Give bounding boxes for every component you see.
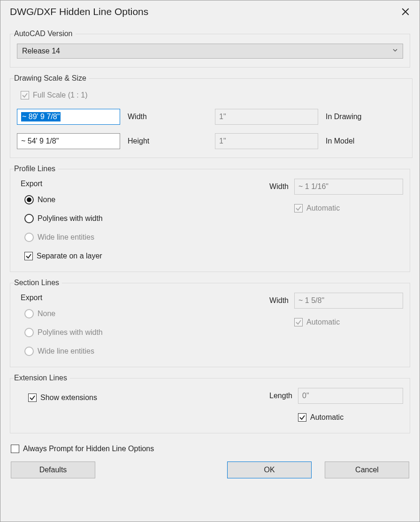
autocad-version-select[interactable]: Release 14: [17, 44, 403, 59]
always-prompt-checkbox[interactable]: Always Prompt for Hidden Line Options: [11, 442, 410, 456]
profile-separate-checkbox[interactable]: Separate on a layer: [24, 249, 262, 263]
in-drawing-label: In Drawing: [326, 113, 405, 121]
autocad-version-value: Release 14: [22, 47, 60, 55]
show-extensions-checkbox[interactable]: Show extensions: [28, 391, 262, 405]
group-drawing-scale: Drawing Scale & Size Full Scale (1 : 1) …: [10, 74, 412, 158]
section-auto-checkbox: Automatic: [294, 315, 403, 329]
legend-extension: Extension Lines: [14, 374, 70, 382]
close-button[interactable]: [399, 5, 412, 18]
section-radio-polylines: Polylines with width: [24, 325, 262, 340]
close-icon: [401, 8, 410, 16]
chevron-down-icon: [392, 47, 398, 55]
profile-width-input: ~ 1 1/16": [294, 179, 403, 195]
profile-radio-none[interactable]: None: [24, 193, 262, 207]
section-radio-none: None: [24, 307, 262, 321]
height-label: Height: [128, 137, 207, 145]
group-extension-lines: Extension Lines Show extensions Length 0…: [10, 374, 410, 433]
title-bar: DWG/DXF Hidden Line Options: [0, 0, 420, 23]
extension-length-label: Length: [262, 392, 292, 400]
dialog-content: AutoCAD Version Release 14 Drawing Scale…: [0, 23, 420, 522]
section-width-label: Width: [262, 296, 289, 305]
defaults-button[interactable]: Defaults: [11, 461, 95, 478]
width-input[interactable]: ~ 89' 9 7/8": [17, 109, 120, 125]
full-scale-checkbox: Full Scale (1 : 1): [21, 88, 405, 102]
group-autocad-version: AutoCAD Version Release 14: [10, 30, 410, 68]
profile-width-label: Width: [262, 182, 289, 191]
button-row: Defaults OK Cancel: [10, 461, 410, 487]
dialog-title: DWG/DXF Hidden Line Options: [10, 6, 148, 17]
width-label: Width: [128, 113, 207, 121]
dialog-window: DWG/DXF Hidden Line Options AutoCAD Vers…: [0, 0, 420, 522]
section-width-input: ~ 1 5/8": [294, 293, 403, 309]
extension-auto-checkbox[interactable]: Automatic: [298, 410, 403, 424]
section-radio-wide-line: Wide line entities: [24, 344, 262, 358]
ok-button[interactable]: OK: [227, 461, 312, 478]
in-model-label: In Model: [326, 137, 405, 145]
extension-length-input: 0": [298, 388, 403, 404]
profile-export-label: Export: [21, 180, 262, 188]
group-profile-lines: Profile Lines Export None Polylines with…: [10, 165, 410, 272]
legend-profile: Profile Lines: [14, 165, 58, 173]
profile-radio-wide-line: Wide line entities: [24, 230, 262, 244]
section-export-label: Export: [21, 294, 262, 302]
group-section-lines: Section Lines Export None Polylines with…: [10, 279, 410, 367]
legend-scale: Drawing Scale & Size: [14, 74, 89, 83]
checkbox-icon: [21, 91, 29, 99]
profile-radio-polylines[interactable]: Polylines with width: [24, 212, 262, 226]
in-model-input: 1": [215, 133, 318, 149]
legend-autocad: AutoCAD Version: [14, 30, 76, 38]
full-scale-label: Full Scale (1 : 1): [33, 91, 87, 99]
in-drawing-input: 1": [215, 109, 318, 125]
cancel-button[interactable]: Cancel: [325, 461, 409, 478]
legend-section: Section Lines: [14, 279, 62, 287]
height-input[interactable]: ~ 54' 9 1/8": [17, 133, 120, 149]
profile-auto-checkbox: Automatic: [294, 201, 403, 215]
